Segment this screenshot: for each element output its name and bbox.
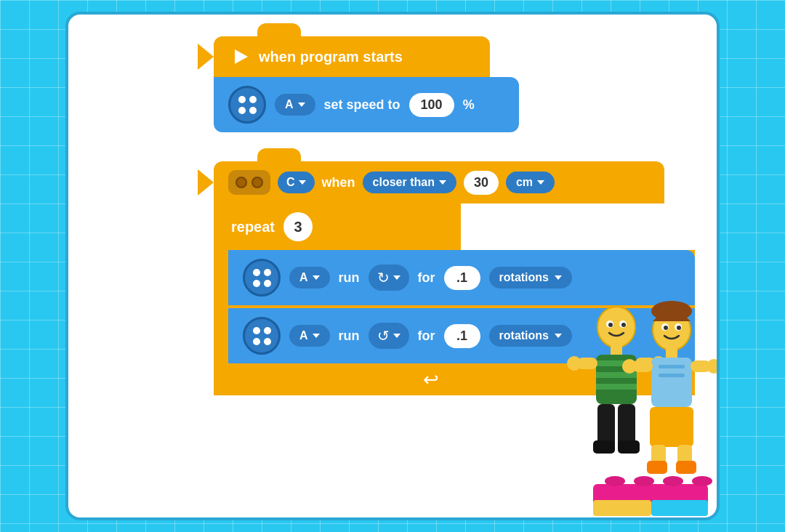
svg-point-40 [663, 476, 683, 486]
run2-motor-arrow [313, 334, 320, 338]
svg-rect-35 [647, 461, 667, 474]
run2-motor-dropdown[interactable]: A [289, 325, 330, 347]
closer-than-label: closer than [373, 176, 435, 189]
run2-for-label: for [418, 329, 435, 344]
run1-value[interactable]: .1 [444, 266, 480, 290]
motor-dot [238, 107, 246, 114]
motor-icon-run2 [243, 317, 281, 355]
speed-value[interactable]: 100 [409, 93, 454, 117]
run2-value[interactable]: .1 [444, 324, 480, 348]
svg-rect-9 [596, 384, 637, 390]
motor-dots-run1 [253, 269, 271, 287]
svg-point-3 [608, 323, 613, 327]
play-button[interactable] [228, 45, 251, 68]
motor-a-label: A [285, 98, 294, 111]
sensor-lens-right [251, 177, 263, 188]
svg-rect-17 [618, 440, 640, 454]
motor-dot [238, 96, 246, 103]
svg-rect-16 [593, 440, 615, 454]
sensor-lens-left [236, 177, 247, 188]
lego-figures [564, 292, 717, 517]
counterclockwise-icon: ↺ [377, 327, 390, 344]
svg-rect-43 [651, 500, 708, 516]
c-label: C [286, 176, 295, 189]
notch-top [257, 23, 301, 39]
c-dropdown[interactable]: C [278, 172, 315, 193]
svg-point-0 [597, 307, 635, 347]
svg-point-39 [634, 476, 654, 486]
dropdown-arrow-icon [298, 102, 305, 107]
run2-rotations-label: rotations [499, 329, 549, 342]
c-dropdown-arrow [299, 180, 306, 185]
speed-unit: % [463, 97, 475, 113]
run1-for-label: for [418, 270, 435, 286]
main-panel: when program starts A set speed to 100 % [65, 12, 720, 520]
distance-value[interactable]: 30 [464, 171, 499, 195]
run2-dir-arrow [393, 334, 400, 338]
repeat-block[interactable]: repeat 3 [214, 203, 461, 250]
svg-rect-24 [666, 349, 677, 358]
cm-label: cm [516, 176, 533, 189]
when-label: when [322, 175, 355, 190]
repeat-row: repeat 3 [214, 203, 695, 250]
sensor-icon [228, 170, 270, 195]
run2-direction-dropdown[interactable]: ↺ [369, 323, 409, 349]
run2-motor-label: A [299, 329, 308, 342]
svg-point-30 [622, 359, 637, 374]
motor-a-dropdown[interactable]: A [275, 94, 315, 116]
svg-point-31 [706, 359, 717, 374]
repeat-label: repeat [231, 219, 275, 235]
svg-rect-26 [659, 365, 685, 368]
run1-motor-arrow [313, 275, 320, 280]
svg-point-23 [651, 301, 692, 321]
run1-motor-label: A [299, 271, 308, 284]
set-speed-label: set speed to [324, 97, 400, 113]
run1-motor-dropdown[interactable]: A [289, 267, 330, 289]
motor-dot [249, 107, 257, 114]
motor-dot [249, 96, 257, 103]
cm-arrow-icon [537, 180, 544, 185]
trigger-block-start[interactable]: when program starts [214, 36, 490, 77]
motor-icon [228, 86, 266, 124]
play-icon [235, 49, 248, 64]
svg-point-38 [605, 476, 625, 486]
svg-rect-42 [593, 500, 651, 516]
run2-rotations-dropdown[interactable]: rotations [489, 325, 572, 347]
run2-run-label: run [339, 329, 360, 344]
cm-dropdown[interactable]: cm [506, 172, 555, 193]
svg-point-41 [692, 476, 712, 486]
clockwise-icon: ↻ [377, 269, 390, 286]
svg-point-22 [677, 326, 681, 330]
svg-rect-5 [611, 346, 622, 355]
lego-figures-svg [564, 292, 717, 517]
run1-run-label: run [339, 270, 360, 286]
run1-rot-arrow [555, 275, 562, 280]
svg-rect-27 [659, 374, 685, 377]
repeat-value[interactable]: 3 [283, 212, 313, 241]
notch-top-2 [257, 148, 301, 164]
run1-direction-dropdown[interactable]: ↻ [369, 265, 409, 291]
motor-icon-run1 [243, 259, 281, 297]
loop-end-arrow-icon: ↩ [423, 368, 439, 391]
closer-arrow-icon [439, 180, 446, 185]
svg-point-21 [664, 326, 668, 330]
set-speed-block: A set speed to 100 % [214, 77, 519, 132]
run1-rotations-dropdown[interactable]: rotations [489, 267, 572, 289]
block-group-1: when program starts A set speed to 100 % [214, 36, 695, 132]
closer-than-dropdown[interactable]: closer than [363, 172, 456, 193]
svg-point-12 [567, 356, 581, 371]
motor-dots-run2 [253, 327, 271, 345]
svg-rect-36 [676, 461, 696, 474]
svg-point-4 [621, 323, 626, 327]
motor-dots [238, 96, 257, 114]
run2-rot-arrow [555, 334, 562, 338]
run1-dir-arrow [393, 275, 400, 280]
loop-end: ↩ [214, 363, 461, 395]
trigger-label: when program starts [259, 49, 403, 65]
run1-rotations-label: rotations [499, 271, 549, 284]
svg-rect-32 [650, 407, 693, 447]
sensor-trigger-block[interactable]: C when closer than 30 cm [214, 161, 664, 203]
